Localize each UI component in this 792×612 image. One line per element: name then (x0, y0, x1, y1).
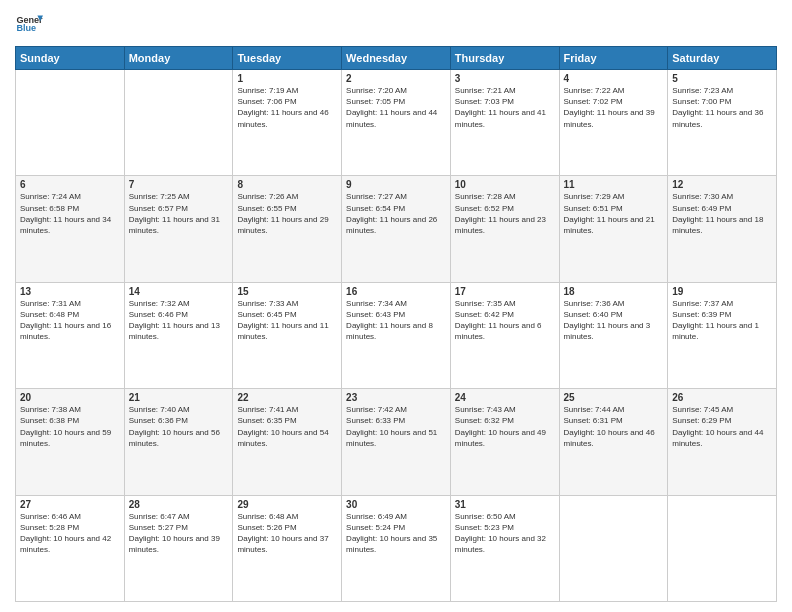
day-info: Sunrise: 7:34 AM Sunset: 6:43 PM Dayligh… (346, 298, 446, 343)
calendar-day-cell: 29Sunrise: 6:48 AM Sunset: 5:26 PM Dayli… (233, 495, 342, 601)
day-number: 13 (20, 286, 120, 297)
calendar-day-cell (124, 70, 233, 176)
calendar-day-cell: 22Sunrise: 7:41 AM Sunset: 6:35 PM Dayli… (233, 389, 342, 495)
day-info: Sunrise: 7:29 AM Sunset: 6:51 PM Dayligh… (564, 191, 664, 236)
day-number: 21 (129, 392, 229, 403)
day-number: 1 (237, 73, 337, 84)
calendar-day-cell: 11Sunrise: 7:29 AM Sunset: 6:51 PM Dayli… (559, 176, 668, 282)
day-number: 28 (129, 499, 229, 510)
day-number: 22 (237, 392, 337, 403)
day-info: Sunrise: 6:48 AM Sunset: 5:26 PM Dayligh… (237, 511, 337, 556)
day-number: 29 (237, 499, 337, 510)
calendar-day-cell: 20Sunrise: 7:38 AM Sunset: 6:38 PM Dayli… (16, 389, 125, 495)
page: General Blue SundayMondayTuesdayWednesda… (0, 0, 792, 612)
calendar-day-cell: 25Sunrise: 7:44 AM Sunset: 6:31 PM Dayli… (559, 389, 668, 495)
day-info: Sunrise: 7:40 AM Sunset: 6:36 PM Dayligh… (129, 404, 229, 449)
day-number: 3 (455, 73, 555, 84)
day-number: 10 (455, 179, 555, 190)
calendar-day-cell (16, 70, 125, 176)
day-of-week-header: Wednesday (342, 47, 451, 70)
calendar-day-cell: 3Sunrise: 7:21 AM Sunset: 7:03 PM Daylig… (450, 70, 559, 176)
day-number: 16 (346, 286, 446, 297)
day-info: Sunrise: 7:41 AM Sunset: 6:35 PM Dayligh… (237, 404, 337, 449)
day-number: 19 (672, 286, 772, 297)
day-of-week-header: Sunday (16, 47, 125, 70)
calendar-day-cell: 24Sunrise: 7:43 AM Sunset: 6:32 PM Dayli… (450, 389, 559, 495)
day-number: 2 (346, 73, 446, 84)
calendar-week-row: 20Sunrise: 7:38 AM Sunset: 6:38 PM Dayli… (16, 389, 777, 495)
calendar-day-cell: 4Sunrise: 7:22 AM Sunset: 7:02 PM Daylig… (559, 70, 668, 176)
day-info: Sunrise: 7:21 AM Sunset: 7:03 PM Dayligh… (455, 85, 555, 130)
calendar-day-cell: 14Sunrise: 7:32 AM Sunset: 6:46 PM Dayli… (124, 282, 233, 388)
day-info: Sunrise: 7:42 AM Sunset: 6:33 PM Dayligh… (346, 404, 446, 449)
header: General Blue (15, 10, 777, 38)
day-info: Sunrise: 7:24 AM Sunset: 6:58 PM Dayligh… (20, 191, 120, 236)
calendar-week-row: 27Sunrise: 6:46 AM Sunset: 5:28 PM Dayli… (16, 495, 777, 601)
day-info: Sunrise: 7:43 AM Sunset: 6:32 PM Dayligh… (455, 404, 555, 449)
calendar-day-cell: 28Sunrise: 6:47 AM Sunset: 5:27 PM Dayli… (124, 495, 233, 601)
day-info: Sunrise: 7:20 AM Sunset: 7:05 PM Dayligh… (346, 85, 446, 130)
day-number: 25 (564, 392, 664, 403)
day-info: Sunrise: 7:22 AM Sunset: 7:02 PM Dayligh… (564, 85, 664, 130)
day-info: Sunrise: 7:36 AM Sunset: 6:40 PM Dayligh… (564, 298, 664, 343)
logo-icon: General Blue (15, 10, 43, 38)
day-info: Sunrise: 7:33 AM Sunset: 6:45 PM Dayligh… (237, 298, 337, 343)
day-info: Sunrise: 7:25 AM Sunset: 6:57 PM Dayligh… (129, 191, 229, 236)
day-info: Sunrise: 7:32 AM Sunset: 6:46 PM Dayligh… (129, 298, 229, 343)
day-info: Sunrise: 7:28 AM Sunset: 6:52 PM Dayligh… (455, 191, 555, 236)
calendar-day-cell: 10Sunrise: 7:28 AM Sunset: 6:52 PM Dayli… (450, 176, 559, 282)
day-number: 23 (346, 392, 446, 403)
day-info: Sunrise: 7:26 AM Sunset: 6:55 PM Dayligh… (237, 191, 337, 236)
day-number: 5 (672, 73, 772, 84)
day-number: 8 (237, 179, 337, 190)
day-number: 12 (672, 179, 772, 190)
calendar-week-row: 6Sunrise: 7:24 AM Sunset: 6:58 PM Daylig… (16, 176, 777, 282)
day-number: 24 (455, 392, 555, 403)
svg-text:Blue: Blue (16, 23, 36, 33)
day-of-week-header: Monday (124, 47, 233, 70)
day-number: 26 (672, 392, 772, 403)
day-number: 7 (129, 179, 229, 190)
day-info: Sunrise: 7:37 AM Sunset: 6:39 PM Dayligh… (672, 298, 772, 343)
day-info: Sunrise: 7:27 AM Sunset: 6:54 PM Dayligh… (346, 191, 446, 236)
day-number: 31 (455, 499, 555, 510)
calendar-day-cell: 30Sunrise: 6:49 AM Sunset: 5:24 PM Dayli… (342, 495, 451, 601)
calendar-day-cell: 6Sunrise: 7:24 AM Sunset: 6:58 PM Daylig… (16, 176, 125, 282)
calendar-day-cell: 18Sunrise: 7:36 AM Sunset: 6:40 PM Dayli… (559, 282, 668, 388)
calendar-day-cell (559, 495, 668, 601)
calendar-day-cell: 2Sunrise: 7:20 AM Sunset: 7:05 PM Daylig… (342, 70, 451, 176)
day-of-week-header: Thursday (450, 47, 559, 70)
day-number: 15 (237, 286, 337, 297)
calendar-day-cell: 16Sunrise: 7:34 AM Sunset: 6:43 PM Dayli… (342, 282, 451, 388)
calendar-day-cell: 31Sunrise: 6:50 AM Sunset: 5:23 PM Dayli… (450, 495, 559, 601)
calendar-day-cell: 5Sunrise: 7:23 AM Sunset: 7:00 PM Daylig… (668, 70, 777, 176)
calendar-day-cell: 7Sunrise: 7:25 AM Sunset: 6:57 PM Daylig… (124, 176, 233, 282)
day-number: 30 (346, 499, 446, 510)
calendar-week-row: 1Sunrise: 7:19 AM Sunset: 7:06 PM Daylig… (16, 70, 777, 176)
calendar-day-cell: 13Sunrise: 7:31 AM Sunset: 6:48 PM Dayli… (16, 282, 125, 388)
day-of-week-header: Friday (559, 47, 668, 70)
calendar-day-cell (668, 495, 777, 601)
calendar-day-cell: 12Sunrise: 7:30 AM Sunset: 6:49 PM Dayli… (668, 176, 777, 282)
day-info: Sunrise: 7:23 AM Sunset: 7:00 PM Dayligh… (672, 85, 772, 130)
calendar-day-cell: 26Sunrise: 7:45 AM Sunset: 6:29 PM Dayli… (668, 389, 777, 495)
calendar-day-cell: 8Sunrise: 7:26 AM Sunset: 6:55 PM Daylig… (233, 176, 342, 282)
day-info: Sunrise: 7:38 AM Sunset: 6:38 PM Dayligh… (20, 404, 120, 449)
day-info: Sunrise: 7:31 AM Sunset: 6:48 PM Dayligh… (20, 298, 120, 343)
day-number: 27 (20, 499, 120, 510)
logo: General Blue (15, 10, 43, 38)
day-number: 9 (346, 179, 446, 190)
day-number: 20 (20, 392, 120, 403)
day-info: Sunrise: 6:47 AM Sunset: 5:27 PM Dayligh… (129, 511, 229, 556)
calendar-day-cell: 15Sunrise: 7:33 AM Sunset: 6:45 PM Dayli… (233, 282, 342, 388)
day-of-week-header: Tuesday (233, 47, 342, 70)
calendar-day-cell: 21Sunrise: 7:40 AM Sunset: 6:36 PM Dayli… (124, 389, 233, 495)
calendar-day-cell: 27Sunrise: 6:46 AM Sunset: 5:28 PM Dayli… (16, 495, 125, 601)
day-info: Sunrise: 7:45 AM Sunset: 6:29 PM Dayligh… (672, 404, 772, 449)
day-info: Sunrise: 7:44 AM Sunset: 6:31 PM Dayligh… (564, 404, 664, 449)
day-number: 14 (129, 286, 229, 297)
day-number: 11 (564, 179, 664, 190)
calendar-week-row: 13Sunrise: 7:31 AM Sunset: 6:48 PM Dayli… (16, 282, 777, 388)
day-info: Sunrise: 6:50 AM Sunset: 5:23 PM Dayligh… (455, 511, 555, 556)
day-of-week-header: Saturday (668, 47, 777, 70)
